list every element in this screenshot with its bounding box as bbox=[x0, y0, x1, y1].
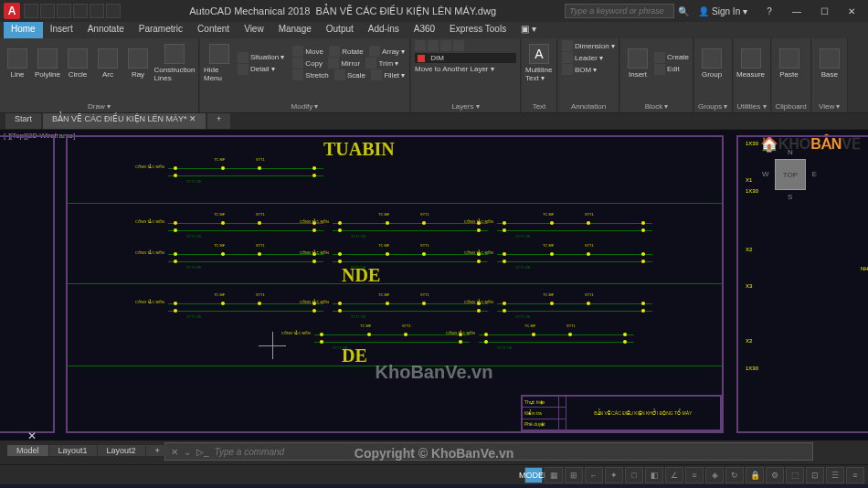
polyline-button[interactable]: Polyline bbox=[34, 40, 61, 86]
insert-button[interactable]: Insert bbox=[624, 40, 651, 86]
stretch-button[interactable]: Stretch bbox=[305, 71, 328, 80]
maximize-button[interactable]: ☐ bbox=[811, 2, 837, 20]
panel-utilities-title[interactable]: Utilities ▾ bbox=[737, 101, 767, 111]
tab-output[interactable]: Output bbox=[319, 22, 361, 38]
rotate-button[interactable]: Rotate bbox=[342, 48, 364, 56]
construction-lines-button[interactable]: Construction Lines bbox=[154, 40, 195, 86]
tab-manage[interactable]: Manage bbox=[271, 22, 319, 38]
layout-tab-1[interactable]: Layout1 bbox=[49, 445, 97, 456]
base-button[interactable]: Base bbox=[816, 40, 843, 86]
panel-view-title[interactable]: View ▾ bbox=[816, 101, 843, 111]
cmd-close-icon[interactable]: ✕ bbox=[171, 447, 178, 457]
tab-featured[interactable]: ▣ ▾ bbox=[513, 22, 544, 38]
doc-tab-add[interactable]: + bbox=[207, 113, 230, 129]
autocad-logo-icon[interactable]: A bbox=[4, 3, 20, 19]
mirror-button[interactable]: Mirror bbox=[341, 59, 360, 68]
status-workspace-icon[interactable]: ⚙ bbox=[766, 467, 784, 483]
panel-clipboard: Paste Clipboard bbox=[772, 38, 811, 112]
create-block-button[interactable]: Create bbox=[667, 53, 689, 61]
panel-clipboard-title[interactable]: Clipboard bbox=[776, 101, 807, 111]
ray-button[interactable]: Ray bbox=[124, 40, 152, 86]
status-grid-icon[interactable]: ▦ bbox=[545, 467, 563, 483]
fillet-button[interactable]: Fillet ▾ bbox=[384, 71, 405, 80]
qat-save-icon[interactable] bbox=[57, 4, 71, 18]
dimension-button[interactable]: Dimension ▾ bbox=[575, 42, 615, 50]
panel-block-title[interactable]: Block ▾ bbox=[624, 101, 689, 111]
tab-addins[interactable]: Add-ins bbox=[361, 22, 407, 38]
status-annotation-icon[interactable]: ⬚ bbox=[786, 467, 804, 483]
layout-tab-model[interactable]: Model bbox=[7, 445, 48, 456]
status-transparency-icon[interactable]: ◈ bbox=[705, 467, 724, 483]
panel-modify-title[interactable]: Modify ▾ bbox=[204, 101, 406, 111]
status-3dosnap-icon[interactable]: ◧ bbox=[645, 467, 663, 483]
array-button[interactable]: Array ▾ bbox=[382, 48, 405, 56]
close-button[interactable]: ✕ bbox=[839, 2, 864, 20]
copy-button[interactable]: Copy bbox=[305, 59, 323, 68]
status-polar-icon[interactable]: ✦ bbox=[605, 467, 623, 483]
doc-tab-drawing[interactable]: BẢN VẼ CÁC ĐIỀU KIỆN LÊN MÁY* ✕ bbox=[43, 113, 206, 129]
status-osnap-icon[interactable]: □ bbox=[625, 467, 643, 483]
status-lwt-icon[interactable]: ≡ bbox=[685, 467, 704, 483]
arc-button[interactable]: Arc bbox=[94, 40, 122, 86]
viewcube[interactable]: N E S W TOP bbox=[767, 152, 813, 197]
drawing-area[interactable]: [-][Top][2D Wireframe] 🏠KHOBẢNVẼ TUABIN … bbox=[0, 130, 868, 440]
situation-icon[interactable] bbox=[238, 52, 249, 63]
cmd-recent-icon[interactable]: ⌄ bbox=[184, 447, 191, 457]
circle-button[interactable]: Circle bbox=[64, 40, 91, 86]
panel-groups-title[interactable]: Groups ▾ bbox=[698, 101, 727, 111]
help-icon[interactable]: ? bbox=[757, 2, 782, 20]
status-ortho-icon[interactable]: ⌐ bbox=[585, 467, 603, 483]
panel-text-title[interactable]: Text bbox=[525, 101, 553, 111]
situation-button[interactable]: Situation ▾ bbox=[250, 53, 284, 61]
status-annoscale-icon[interactable]: 🔒 bbox=[746, 467, 764, 483]
bom-button[interactable]: BOM ▾ bbox=[575, 66, 597, 74]
panel-layers-title[interactable]: Layers ▾ bbox=[415, 101, 516, 111]
status-cycling-icon[interactable]: ↻ bbox=[725, 467, 744, 483]
tab-express[interactable]: Express Tools bbox=[442, 22, 513, 38]
tab-parametric[interactable]: Parametric bbox=[132, 22, 190, 38]
tab-view[interactable]: View bbox=[237, 22, 271, 38]
status-units-icon[interactable]: ⊡ bbox=[806, 467, 824, 483]
trim-button[interactable]: Trim ▾ bbox=[378, 59, 398, 68]
panel-draw-title[interactable]: Draw ▾ bbox=[4, 101, 195, 111]
qat-open-icon[interactable] bbox=[40, 4, 55, 18]
circuit-block: CÔNG TẮC MÔNTC MFSTT1STT1 DE bbox=[497, 294, 652, 322]
panel-annotation-title[interactable]: Annotation bbox=[562, 101, 615, 111]
tab-home[interactable]: Home bbox=[4, 22, 43, 38]
hide-menu-button[interactable]: Hide Menu bbox=[204, 40, 235, 86]
layout-tab-2[interactable]: Layout2 bbox=[98, 445, 145, 456]
status-snap-icon[interactable]: ⊞ bbox=[565, 467, 583, 483]
qat-undo-icon[interactable] bbox=[73, 4, 88, 18]
qat-print-icon[interactable] bbox=[106, 4, 121, 18]
tab-a360[interactable]: A360 bbox=[407, 22, 442, 38]
tab-content[interactable]: Content bbox=[190, 22, 237, 38]
detail-icon[interactable] bbox=[238, 64, 249, 75]
paste-button[interactable]: Paste bbox=[776, 40, 803, 86]
layout-tab-add[interactable]: + bbox=[146, 445, 169, 456]
status-model-button[interactable]: MODEL bbox=[524, 467, 543, 483]
move-button[interactable]: Move bbox=[305, 48, 323, 56]
infocenter-search-icon[interactable]: 🔍 bbox=[678, 6, 689, 16]
line-button[interactable]: Line bbox=[4, 40, 31, 86]
text-button[interactable]: AMultiline Text ▾ bbox=[525, 40, 553, 86]
scale-button[interactable]: Scale bbox=[347, 71, 365, 80]
detail-button[interactable]: Detail ▾ bbox=[250, 65, 275, 73]
status-qprop-icon[interactable]: ☰ bbox=[826, 467, 844, 483]
viewport-close-icon[interactable]: ✕ bbox=[27, 430, 37, 440]
infocenter-search[interactable] bbox=[565, 4, 674, 18]
status-customize-icon[interactable]: ≡ bbox=[846, 467, 864, 483]
layer-dropdown[interactable]: DIM bbox=[430, 54, 444, 62]
move-layer-button[interactable]: Move to Another Layer ▾ bbox=[415, 65, 494, 73]
edit-block-button[interactable]: Edit bbox=[667, 65, 680, 73]
status-otrack-icon[interactable]: ∠ bbox=[665, 467, 683, 483]
qat-redo-icon[interactable] bbox=[90, 4, 104, 18]
measure-button[interactable]: Measure bbox=[737, 40, 765, 86]
tab-insert[interactable]: Insert bbox=[43, 22, 80, 38]
group-button[interactable]: Group bbox=[698, 40, 725, 86]
sign-in-button[interactable]: 👤 Sign In ▾ bbox=[693, 6, 753, 16]
leader-button[interactable]: Leader ▾ bbox=[575, 54, 603, 62]
qat-new-icon[interactable] bbox=[24, 4, 38, 18]
tab-annotate[interactable]: Annotate bbox=[80, 22, 132, 38]
minimize-button[interactable]: — bbox=[784, 2, 810, 20]
doc-tab-start[interactable]: Start bbox=[5, 113, 41, 129]
